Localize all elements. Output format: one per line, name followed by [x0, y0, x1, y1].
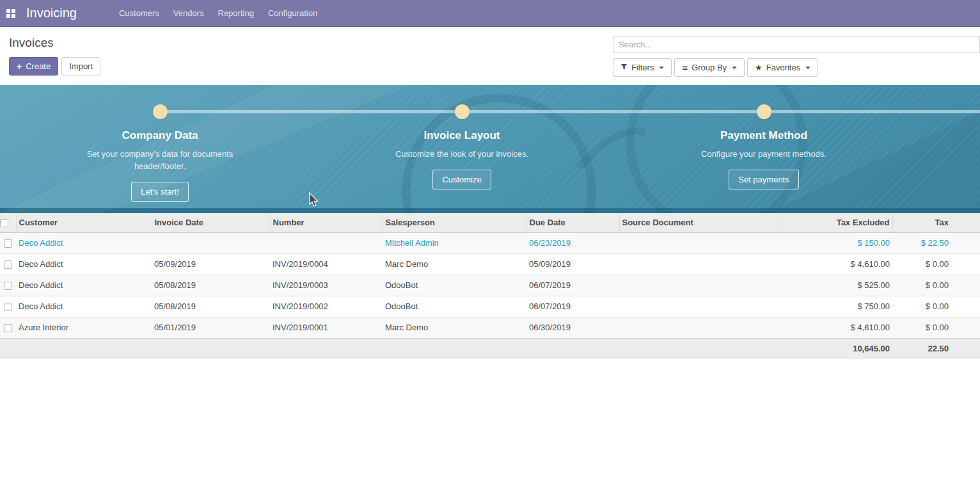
column-header-tax-excluded[interactable]: Tax Excluded [782, 213, 892, 232]
cell-source-document [619, 253, 782, 275]
table-header-row: Customer Invoice Date Number Salesperson… [0, 213, 980, 232]
cell-invoice-date [152, 232, 270, 253]
row-checkbox[interactable] [4, 303, 12, 311]
group-by-button-label: Group By [692, 63, 727, 72]
page-title: Invoices [9, 36, 100, 50]
menu-customers[interactable]: Customers [112, 0, 166, 27]
plus-icon: + [17, 62, 22, 71]
onboarding-step-payment-method: Payment Method Configure your payment me… [613, 85, 915, 189]
cell-invoice-date: 05/01/2019 [152, 317, 270, 338]
footer-tax-total: 22.50 [892, 338, 980, 359]
set-payments-button[interactable]: Set payments [729, 170, 799, 189]
cell-number [270, 232, 383, 253]
onboarding-step-invoice-layout: Invoice Layout Customize the look of you… [311, 85, 613, 189]
cell-tax: $ 0.00 [892, 275, 980, 296]
customize-button[interactable]: Customize [432, 170, 491, 189]
cell-tax-excluded: $ 750.00 [782, 296, 892, 317]
list-icon: ≡ [682, 63, 688, 72]
column-header-customer[interactable]: Customer [16, 213, 152, 232]
cell-due-date: 06/30/2019 [526, 317, 619, 338]
cell-number: INV/2019/0001 [270, 317, 383, 338]
cell-tax-excluded: $ 4,610.00 [782, 253, 892, 275]
cell-tax: $ 0.00 [892, 296, 980, 317]
group-by-button[interactable]: ≡ Group By [674, 58, 745, 77]
control-panel: Invoices + Create Import Filters ≡ Grou [0, 27, 980, 85]
onboarding-step-company-data: Company Data Set your company's data for… [9, 85, 311, 202]
select-all-checkbox[interactable] [0, 219, 8, 227]
step-title: Company Data [9, 129, 311, 142]
cell-source-document [619, 232, 782, 253]
favorites-button[interactable]: ★ Favorites [747, 58, 818, 77]
top-navbar: Invoicing Customers Vendors Reporting Co… [0, 0, 980, 27]
table-row[interactable]: Deco Addict 05/08/2019 INV/2019/0002 Odo… [0, 296, 980, 317]
funnel-icon [620, 63, 628, 72]
table-footer-row: 10,645.00 22.50 [0, 338, 980, 359]
cell-customer: Deco Addict [16, 253, 152, 275]
cell-invoice-date: 05/08/2019 [152, 275, 270, 296]
menu-configuration[interactable]: Configuration [261, 0, 324, 27]
cell-customer: Azure Interior [16, 317, 152, 338]
menu-vendors[interactable]: Vendors [166, 0, 211, 27]
column-header-source-document[interactable]: Source Document [619, 213, 782, 232]
column-header-due-date[interactable]: Due Date [526, 213, 619, 232]
onboarding-banner: Company Data Set your company's data for… [0, 85, 980, 213]
cell-due-date: 06/07/2019 [526, 296, 619, 317]
cell-due-date: 06/23/2019 [526, 232, 619, 253]
cell-tax-excluded: $ 525.00 [782, 275, 892, 296]
row-checkbox[interactable] [4, 282, 12, 290]
cell-source-document [619, 275, 782, 296]
column-header-salesperson[interactable]: Salesperson [383, 213, 526, 232]
row-checkbox[interactable] [4, 239, 12, 248]
cell-number: INV/2019/0004 [270, 253, 383, 275]
table-row[interactable]: Deco Addict 05/08/2019 INV/2019/0003 Odo… [0, 275, 980, 296]
import-button-label: Import [69, 61, 93, 71]
chevron-down-icon [659, 67, 664, 69]
column-header-number[interactable]: Number [270, 213, 383, 232]
cell-number: INV/2019/0002 [270, 296, 383, 317]
chevron-down-icon [805, 67, 810, 69]
star-icon: ★ [755, 63, 763, 72]
column-header-invoice-date[interactable]: Invoice Date [152, 213, 270, 232]
cell-tax-excluded: $ 150.00 [782, 232, 892, 253]
cell-tax: $ 0.00 [892, 253, 980, 275]
step-description: Customize the look of your invoices. [384, 148, 541, 160]
footer-spacer [0, 338, 782, 359]
step-dot-icon [455, 104, 470, 119]
table-row[interactable]: Azure Interior 05/01/2019 INV/2019/0001 … [0, 317, 980, 338]
cell-salesperson: Marc Demo [383, 317, 526, 338]
create-button[interactable]: + Create [9, 57, 58, 76]
app-title[interactable]: Invoicing [26, 6, 77, 20]
cell-salesperson: Mitchell Admin [383, 232, 526, 253]
step-dot-icon [757, 104, 771, 119]
apps-menu-icon[interactable] [5, 8, 17, 19]
step-title: Invoice Layout [311, 129, 613, 142]
chevron-down-icon [732, 67, 737, 69]
step-title: Payment Method [613, 129, 915, 142]
cell-salesperson: OdooBot [383, 296, 526, 317]
cell-source-document [619, 317, 782, 338]
step-description: Configure your payment methods. [686, 148, 842, 160]
cell-invoice-date: 05/09/2019 [152, 253, 270, 275]
cell-customer: Deco Addict [16, 232, 152, 253]
step-description: Set your company's data for documents he… [82, 148, 239, 172]
import-button[interactable]: Import [61, 57, 100, 76]
lets-start-button[interactable]: Let's start! [131, 182, 189, 202]
menu-reporting[interactable]: Reporting [211, 0, 261, 27]
filters-button[interactable]: Filters [613, 58, 672, 77]
column-header-tax[interactable]: Tax [892, 213, 980, 232]
favorites-button-label: Favorites [766, 63, 800, 72]
cell-number: INV/2019/0003 [270, 275, 383, 296]
main-menu: Customers Vendors Reporting Configuratio… [112, 0, 324, 27]
row-checkbox[interactable] [4, 324, 12, 332]
cell-tax: $ 0.00 [892, 317, 980, 338]
step-dot-icon [153, 104, 168, 119]
table-row[interactable]: Deco Addict Mitchell Admin 06/23/2019 $ … [0, 232, 980, 253]
search-input[interactable] [613, 36, 980, 53]
create-button-label: Create [26, 61, 51, 71]
select-all-header [0, 213, 16, 232]
cell-tax-excluded: $ 4,610.00 [782, 317, 892, 338]
row-checkbox[interactable] [4, 261, 12, 269]
cell-customer: Deco Addict [16, 275, 152, 296]
invoice-list-table: Customer Invoice Date Number Salesperson… [0, 213, 980, 359]
table-row[interactable]: Deco Addict 05/09/2019 INV/2019/0004 Mar… [0, 253, 980, 275]
